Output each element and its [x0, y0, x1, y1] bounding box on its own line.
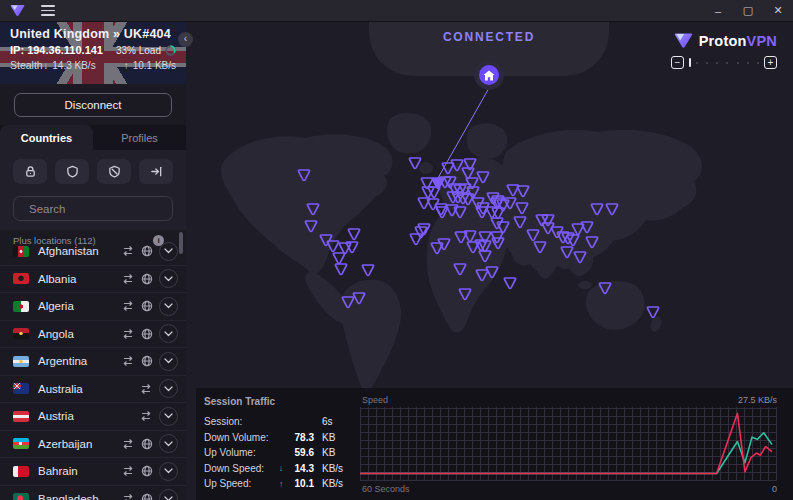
- chart-ymin-label: 0: [772, 484, 777, 494]
- tor-globe-icon: [141, 245, 153, 257]
- p2p-swap-icon: [121, 245, 135, 257]
- search-input[interactable]: [29, 203, 183, 215]
- p2p-swap-icon: [121, 355, 135, 367]
- country-row-angola[interactable]: Angola: [0, 321, 186, 349]
- window-close-button[interactable]: ✕: [763, 0, 793, 21]
- stat-label: Session:: [204, 416, 274, 427]
- flag-bh: [13, 466, 29, 477]
- chevron-down-icon: [164, 468, 173, 474]
- upload-speed-line: [360, 413, 772, 473]
- stat-unit: KB/s: [322, 463, 352, 474]
- chart-ymax-label: 27.5 KB/s: [738, 395, 777, 405]
- menu-hamburger-icon[interactable]: [41, 5, 55, 15]
- download-speed-line: [360, 433, 772, 474]
- home-location-button[interactable]: [474, 60, 504, 90]
- flag-al: [13, 273, 29, 284]
- sidebar-collapse-button[interactable]: ‹: [178, 32, 193, 47]
- country-name: Australia: [38, 383, 83, 395]
- flag-ar: [13, 356, 29, 367]
- p2p-swap-icon: [139, 410, 153, 422]
- disconnect-button[interactable]: Disconnect: [14, 93, 172, 117]
- kill-switch-filter-button[interactable]: [139, 159, 173, 184]
- protonvpn-logo-icon: [674, 32, 693, 49]
- country-expand-button[interactable]: [159, 352, 178, 371]
- flag-bd: [13, 493, 29, 500]
- country-expand-button[interactable]: [159, 242, 178, 261]
- country-name: Austria: [38, 410, 74, 422]
- country-row-argentina[interactable]: Argentina: [0, 348, 186, 376]
- zoom-slider-handle[interactable]: [689, 58, 691, 67]
- netshield-filter-button[interactable]: [55, 159, 89, 184]
- country-row-australia[interactable]: Australia: [0, 376, 186, 404]
- country-row-afghanistan[interactable]: Afghanistan: [0, 238, 186, 266]
- stat-unit: KB: [322, 447, 352, 458]
- up-arrow-icon: ↑: [124, 60, 129, 71]
- p2p-swap-icon: [121, 273, 135, 285]
- protocol-label: Stealth: [10, 59, 43, 71]
- country-expand-button[interactable]: [159, 407, 178, 426]
- home-icon: [483, 70, 495, 81]
- country-row-azerbaijan[interactable]: Azerbaijan: [0, 431, 186, 459]
- p2p-swap-icon: [121, 493, 135, 500]
- country-name: Algeria: [38, 300, 74, 312]
- country-name: Azerbaijan: [38, 438, 92, 450]
- zoom-out-button[interactable]: −: [671, 56, 684, 69]
- country-row-albania[interactable]: Albania: [0, 266, 186, 294]
- tab-profiles[interactable]: Profiles: [93, 125, 186, 150]
- country-expand-button[interactable]: [159, 297, 178, 316]
- titlebar: – ▢ ✕: [0, 0, 793, 22]
- brand-vpn: VPN: [747, 33, 777, 49]
- p2p-swap-icon: [121, 465, 135, 477]
- connection-title: United Kingdom » UK#404: [10, 27, 176, 41]
- search-box: [13, 196, 173, 221]
- country-expand-button[interactable]: [159, 324, 178, 343]
- down-arrow-icon: ↓: [274, 463, 288, 473]
- window-minimize-button[interactable]: –: [703, 0, 733, 21]
- zoom-in-button[interactable]: +: [764, 56, 777, 69]
- chart-title: Speed: [362, 395, 388, 405]
- zoom-slider-track[interactable]: [696, 62, 759, 64]
- ip-value: 194.36.110.141: [27, 44, 103, 56]
- chevron-down-icon: [164, 496, 173, 500]
- p2p-swap-icon: [121, 300, 135, 312]
- country-row-austria[interactable]: Austria: [0, 403, 186, 431]
- chevron-down-icon: [164, 441, 173, 447]
- protonvpn-window: – ▢ ✕ United Kingdom » UK#404 IP: 194.36…: [0, 0, 793, 500]
- sidebar-tabs: CountriesProfiles: [0, 125, 186, 150]
- country-expand-button[interactable]: [159, 489, 178, 500]
- adblocker-filter-button[interactable]: [97, 159, 131, 184]
- country-expand-button[interactable]: [159, 379, 178, 398]
- down-arrow-icon: ↓: [43, 60, 48, 71]
- shield-ad-icon: [108, 165, 121, 178]
- session-traffic-title: Session Traffic: [204, 396, 356, 407]
- kill-switch-icon: [150, 165, 163, 178]
- flag-ao: [13, 328, 29, 339]
- country-expand-button[interactable]: [159, 269, 178, 288]
- tab-countries[interactable]: Countries: [0, 125, 93, 150]
- country-row-bangladesh[interactable]: Bangladesh: [0, 486, 186, 500]
- country-name: Albania: [38, 273, 76, 285]
- secure-core-filter-button[interactable]: [13, 159, 47, 184]
- country-list: AfghanistanAlbaniaAlgeriaAngolaArgentina…: [0, 238, 186, 500]
- load-label: 33% Load: [116, 45, 161, 56]
- stat-row: Session:6s: [204, 414, 356, 430]
- p2p-swap-icon: [121, 438, 135, 450]
- country-row-bahrain[interactable]: Bahrain: [0, 458, 186, 486]
- country-expand-button[interactable]: [159, 434, 178, 453]
- country-expand-button[interactable]: [159, 462, 178, 481]
- stat-unit: 6s: [322, 416, 352, 427]
- speed-chart: Speed 27.5 KB/s 60 Seconds 0: [356, 395, 779, 494]
- country-name: Argentina: [38, 355, 87, 367]
- p2p-swap-icon: [121, 328, 135, 340]
- country-name: Angola: [38, 328, 74, 340]
- chart-grid: [360, 407, 777, 481]
- proton-logo-icon: [10, 4, 25, 17]
- sidebar: United Kingdom » UK#404 IP: 194.36.110.1…: [0, 22, 186, 500]
- stat-value: 78.3: [288, 432, 314, 443]
- country-name: Bahrain: [38, 465, 78, 477]
- country-row-algeria[interactable]: Algeria: [0, 293, 186, 321]
- tor-globe-icon: [141, 273, 153, 285]
- flag-af: [13, 246, 29, 257]
- window-maximize-button[interactable]: ▢: [733, 0, 763, 21]
- stat-row: Up Speed:↑10.1KB/s: [204, 476, 356, 492]
